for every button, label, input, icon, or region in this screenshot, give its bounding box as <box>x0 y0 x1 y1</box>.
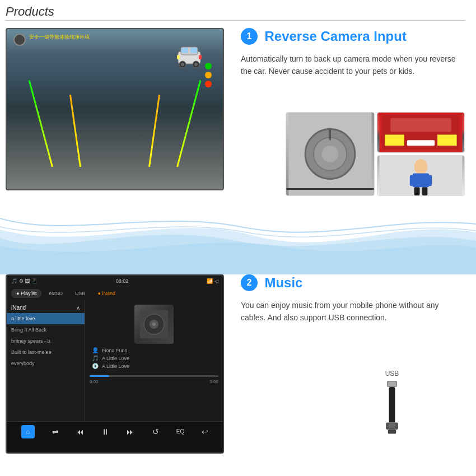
time-labels: 0:00 3:09 <box>90 379 218 384</box>
music-feature-section: 2 Music You can enjoy music from your mo… <box>241 274 465 324</box>
status-icons-left: 🎵 ⚙ 🖼 📱 <box>11 278 38 284</box>
home-button[interactable]: ⌂ <box>21 425 35 438</box>
tab-usb[interactable]: USB <box>70 289 91 298</box>
playlist-chevron-icon: ∧ <box>76 305 80 311</box>
guide-line-left <box>29 80 53 167</box>
svg-rect-19 <box>407 140 435 146</box>
music-note-icon: 🎵 <box>92 355 99 361</box>
heading-divider <box>6 20 465 21</box>
reverse-image-car-rear <box>377 112 465 153</box>
time-total: 3:09 <box>209 379 218 384</box>
feature-1-number: 1 <box>241 28 258 45</box>
progress-bar-container[interactable] <box>90 375 218 377</box>
sensor-dot-red <box>205 81 212 87</box>
tab-inand[interactable]: ● iNand <box>92 289 120 298</box>
status-time: 08:02 <box>116 278 129 284</box>
svg-rect-36 <box>388 430 396 433</box>
music-main-area: iNand ∧ a little love Bring It All Back … <box>7 300 223 421</box>
svg-rect-27 <box>422 187 427 195</box>
page-title: Products <box>6 4 54 19</box>
playlist-header-title: iNand <box>11 305 26 311</box>
svg-rect-2 <box>181 48 188 53</box>
svg-rect-37 <box>389 423 395 427</box>
svg-rect-18 <box>437 134 457 146</box>
car-icon <box>172 40 206 71</box>
eq-button[interactable]: EQ <box>176 428 184 435</box>
svg-point-31 <box>152 323 156 326</box>
status-bar: 🎵 ⚙ 🖼 📱 08:02 📶 ◁ <box>7 276 223 287</box>
reverse-camera-description: Automatically turn to back up camera mod… <box>241 53 465 78</box>
usb-image-container: USB <box>370 370 414 437</box>
album-art <box>134 305 174 344</box>
music-player: 👤 Fiona Fung 🎵 A Little Love 💿 A Little … <box>85 300 223 421</box>
music-feature-title: Music <box>264 275 302 290</box>
playlist-item-3[interactable]: Built to last-melee <box>7 347 85 358</box>
playlist-item-0[interactable]: a little love <box>7 313 85 324</box>
usb-label: USB <box>385 370 399 377</box>
svg-point-7 <box>194 63 198 66</box>
svg-rect-34 <box>389 387 395 423</box>
music-tab-bar: ● Playlist extSD USB ● iNand <box>7 287 223 300</box>
screen-settings-icon <box>13 34 26 46</box>
svg-rect-33 <box>388 382 396 386</box>
song-title-row-2: 💿 A Little Love <box>92 363 216 369</box>
svg-point-13 <box>322 146 339 162</box>
play-pause-button[interactable]: ⏸ <box>101 427 109 436</box>
time-current: 0:00 <box>90 379 99 384</box>
music-playlist: iNand ∧ a little love Bring It All Back … <box>7 300 85 421</box>
playlist-item-2[interactable]: britney spears - b. <box>7 335 85 347</box>
feature-2-number: 2 <box>241 274 258 291</box>
svg-rect-26 <box>414 187 420 195</box>
wave-decoration <box>0 207 476 274</box>
svg-point-6 <box>181 63 184 66</box>
reverse-camera-section: 1 Reverse Camera Input Automatically tur… <box>241 28 465 78</box>
guide-line-mid-right <box>148 95 160 167</box>
reverse-camera-screen: 安全一键导航体验纯净环境 <box>6 28 224 190</box>
svg-rect-9 <box>199 55 202 59</box>
playlist-header: iNand ∧ <box>7 302 85 313</box>
song-artist-row: 👤 Fiona Fung <box>92 347 216 353</box>
svg-rect-8 <box>177 55 180 59</box>
svg-point-22 <box>414 159 428 175</box>
progress-bar-fill <box>90 375 109 377</box>
song-title-row-1: 🎵 A Little Love <box>92 355 216 361</box>
music-screen: 🎵 ⚙ 🖼 📱 08:02 📶 ◁ ● Playlist extSD USB ●… <box>6 274 224 454</box>
svg-rect-3 <box>190 48 197 53</box>
tab-playlist[interactable]: ● Playlist <box>11 289 41 298</box>
song-title-2: A Little Love <box>102 363 129 369</box>
svg-rect-25 <box>426 175 432 186</box>
reverse-images <box>286 112 465 196</box>
back-button[interactable]: ↩ <box>202 427 208 436</box>
reverse-images-right <box>377 112 465 196</box>
playlist-item-1[interactable]: Bring It All Back <box>7 324 85 335</box>
svg-rect-20 <box>390 118 451 132</box>
repeat-button[interactable]: ↺ <box>152 427 159 436</box>
screen-overlay-text: 安全一键导航体验纯净环境 <box>29 34 90 41</box>
song-title-1: A Little Love <box>102 356 129 361</box>
shuffle-button[interactable]: ⇌ <box>52 427 59 436</box>
artist-name: Fiona Fung <box>102 348 128 353</box>
tab-extsd[interactable]: extSD <box>44 289 68 298</box>
reverse-camera-title: Reverse Camera Input <box>264 29 406 44</box>
guide-line-mid-left <box>69 95 81 167</box>
music-feature-description: You can enjoy music from your mobile pho… <box>241 299 465 324</box>
svg-rect-17 <box>385 134 404 146</box>
prev-button[interactable]: ⏮ <box>76 427 84 436</box>
status-icons-right: 📶 ◁ <box>207 278 218 284</box>
svg-rect-24 <box>410 175 416 186</box>
playlist-item-4[interactable]: everybody <box>7 358 85 369</box>
music-controls: ⌂ ⇌ ⏮ ⏸ ⏭ ↺ EQ ↩ <box>7 421 223 441</box>
reverse-image-person <box>377 155 465 196</box>
usb-cable-svg <box>375 381 409 437</box>
person-icon: 👤 <box>92 347 99 353</box>
reverse-image-knob <box>286 112 375 196</box>
next-button[interactable]: ⏭ <box>127 427 134 436</box>
album-icon: 💿 <box>92 363 99 369</box>
guide-line-right <box>176 80 201 167</box>
song-info: 👤 Fiona Fung 🎵 A Little Love 💿 A Little … <box>90 347 218 371</box>
sensor-dot-yellow <box>205 72 212 78</box>
